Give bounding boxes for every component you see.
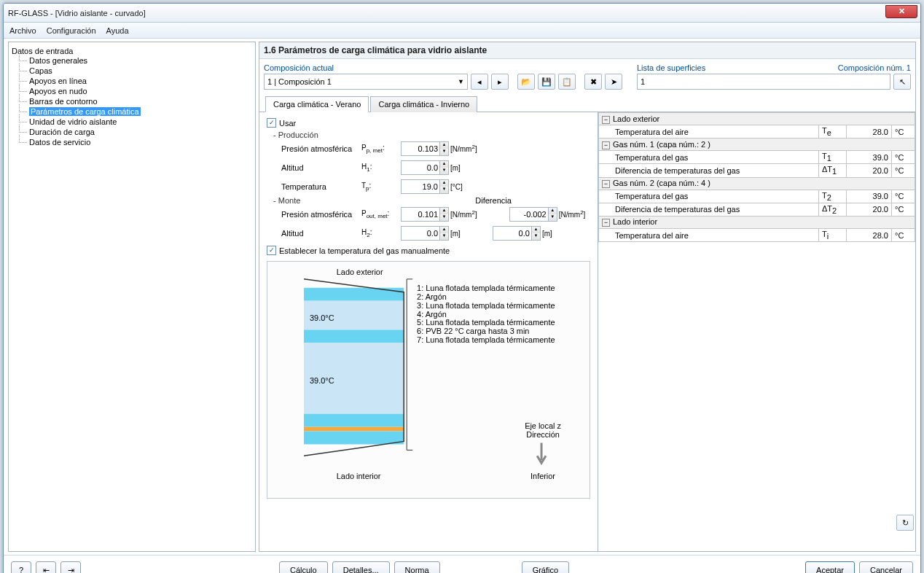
tab-summer[interactable]: Carga climática - Verano (265, 96, 369, 112)
setgas-label: Establecer la temperatura del gas manual… (279, 246, 450, 255)
svg-text:39.0°C: 39.0°C (310, 313, 334, 322)
nav-next-button[interactable]: ⇥ (60, 561, 81, 573)
glass-diagram: Lado exterior 39.0°C (267, 261, 590, 499)
svg-text:Eje local z: Eje local z (525, 421, 561, 430)
dh-input[interactable]: ▲▼ (493, 226, 541, 241)
prev-button[interactable]: ◂ (471, 74, 488, 90)
tab-winter[interactable]: Carga climática - Invierno (370, 96, 477, 112)
menubar: Archivo Configuración Ayuda (4, 23, 920, 39)
temperature-label: Temperatura (267, 182, 361, 191)
h1-input[interactable]: ▲▼ (401, 160, 449, 175)
ok-button[interactable]: Aceptar (805, 561, 855, 573)
tool-copy-icon[interactable]: 📋 (558, 74, 576, 90)
pp-input[interactable]: ▲▼ (401, 141, 449, 156)
tool-delete-icon[interactable]: ✖ (584, 74, 602, 90)
outer-label: Lado exterior (337, 268, 383, 276)
svg-rect-4 (304, 414, 404, 427)
climate-tabs: Carga climática - Verano Carga climática… (259, 96, 915, 112)
close-button[interactable]: ✕ (885, 5, 917, 18)
calc-button[interactable]: Cálculo (279, 561, 328, 573)
menu-help[interactable]: Ayuda (106, 26, 129, 35)
h2-input[interactable]: ▲▼ (401, 226, 449, 241)
titlebar: RF-GLASS - [Vidrio aislante - curvado] ✕ (4, 4, 920, 23)
svg-text:1: Luna flotada templada térmi: 1: Luna flotada templada térmicamente (417, 284, 555, 292)
menu-config[interactable]: Configuración (47, 26, 96, 35)
sidebar-item[interactable]: Datos de servicio (17, 137, 252, 147)
use-label: Usar (279, 119, 296, 128)
production-group: - Producción (267, 130, 590, 139)
pout-input[interactable]: ▲▼ (401, 207, 449, 222)
patm-label: Presión atmosférica (267, 144, 361, 153)
composition-label: Composición actual (264, 63, 622, 72)
collapse-icon[interactable]: − (602, 116, 610, 124)
sidebar-item[interactable]: Barras de contorno (17, 96, 252, 106)
use-checkbox[interactable]: ✓ (267, 118, 276, 128)
menu-file[interactable]: Archivo (9, 26, 36, 35)
svg-text:4: Argón: 4: Argón (417, 310, 447, 319)
svg-rect-2 (304, 330, 404, 343)
monte-group: - Monte (267, 196, 300, 205)
altitude-label: Altitud (267, 163, 361, 172)
graph-button[interactable]: Gráfico (522, 561, 569, 573)
svg-rect-6 (304, 432, 404, 445)
svg-text:6: PVB 22 °C carga hasta 3 min: 6: PVB 22 °C carga hasta 3 min (417, 327, 529, 335)
tool-export-icon[interactable]: ➤ (605, 74, 622, 90)
svg-rect-5 (304, 427, 404, 432)
diff-label: Diferencia (475, 196, 512, 205)
page-title: 1.6 Parámetros de carga climática para v… (259, 42, 915, 59)
tool-save-icon[interactable]: 💾 (538, 74, 555, 90)
main-panel: 1.6 Parámetros de carga climática para v… (259, 42, 916, 552)
composition-combo[interactable]: 1 | Composición 1▼ (264, 74, 468, 90)
surfaces-label: Lista de superficies (637, 63, 705, 72)
svg-text:Lado interior: Lado interior (337, 472, 381, 480)
sidebar-item[interactable]: Parámetros de carga climática (17, 106, 252, 117)
details-button[interactable]: Detalles... (332, 561, 390, 573)
nav-tree[interactable]: Datos de entrada Datos generalesCapasApo… (8, 42, 256, 552)
refresh-icon[interactable]: ↻ (896, 515, 914, 531)
tool-open-icon[interactable]: 📂 (517, 74, 535, 90)
sidebar-item[interactable]: Duración de carga (17, 127, 252, 137)
svg-text:Inferior: Inferior (530, 472, 555, 480)
main-window: RF-GLASS - [Vidrio aislante - curvado] ✕… (3, 3, 921, 573)
tree-root[interactable]: Datos de entrada (12, 47, 252, 55)
dp-input[interactable]: ▲▼ (509, 207, 557, 222)
next-button[interactable]: ▸ (491, 74, 509, 90)
norm-button[interactable]: Norma (394, 561, 440, 573)
svg-text:39.0°C: 39.0°C (310, 376, 334, 385)
composition-num-label: Composición núm. 1 (838, 63, 911, 74)
sidebar-item[interactable]: Unidad de vidrio aislante (17, 117, 252, 127)
sidebar-item[interactable]: Apoyos en nudo (17, 86, 252, 96)
pick-surface-button[interactable]: ↖ (893, 74, 911, 90)
sidebar-item[interactable]: Apoyos en línea (17, 76, 252, 86)
property-grid: −Lado exterior Temperatura del aireTe28.… (598, 112, 915, 551)
nav-prev-button[interactable]: ⇤ (36, 561, 56, 573)
window-title: RF-GLASS - [Vidrio aislante - curvado] (8, 9, 146, 17)
tp-input[interactable]: ▲▼ (401, 179, 449, 194)
footer: ? ⇤ ⇥ Cálculo Detalles... Norma Gráfico … (4, 555, 920, 573)
svg-text:Dirección: Dirección (526, 430, 560, 439)
cancel-button[interactable]: Cancelar (859, 561, 913, 573)
sidebar-item[interactable]: Capas (17, 66, 252, 76)
help-button[interactable]: ? (11, 561, 31, 573)
svg-text:5: Luna flotada templada térmi: 5: Luna flotada templada térmicamente (417, 318, 555, 327)
sidebar-item[interactable]: Datos generales (17, 55, 252, 66)
svg-text:2: Argón: 2: Argón (417, 292, 447, 301)
setgas-checkbox[interactable]: ✓ (267, 246, 276, 255)
svg-text:3: Luna flotada templada térmi: 3: Luna flotada templada térmicamente (417, 301, 555, 310)
svg-text:7: Luna flotada templada térmi: 7: Luna flotada templada térmicamente (417, 335, 555, 344)
surfaces-input[interactable] (637, 74, 890, 90)
